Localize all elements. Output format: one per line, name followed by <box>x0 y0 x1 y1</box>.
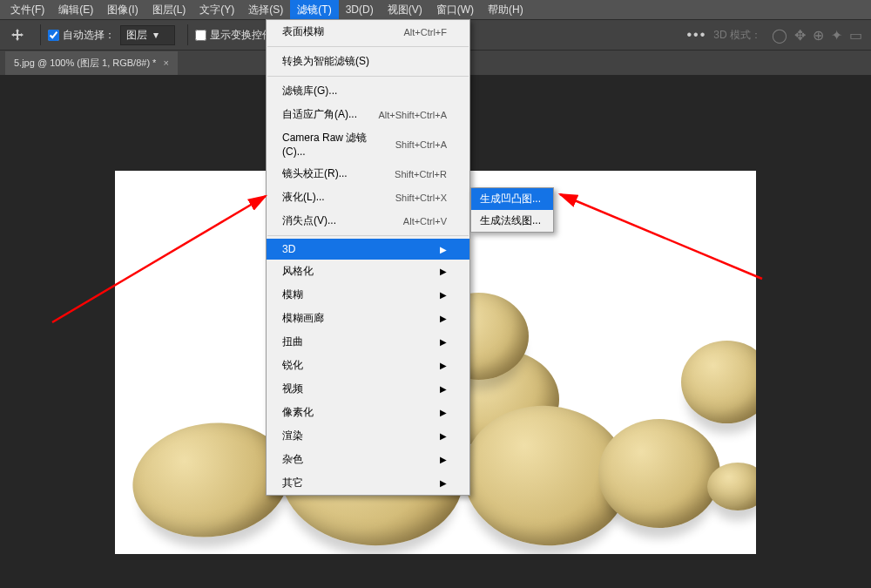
menu-item[interactable]: 渲染▶ <box>267 424 469 448</box>
mode-3d-label: 3D 模式： <box>713 28 761 43</box>
auto-select-checkbox[interactable]: 自动选择： <box>48 28 115 43</box>
menu-bar: 文件(F)编辑(E)图像(I)图层(L)文字(Y)选择(S)滤镜(T)3D(D)… <box>0 0 871 19</box>
menu-图层[interactable]: 图层(L) <box>145 0 193 20</box>
menu-视图[interactable]: 视图(V) <box>381 0 429 20</box>
document-tab-title: 5.jpg @ 100% (图层 1, RGB/8#) * <box>14 57 156 70</box>
menu-item[interactable]: 转换为智能滤镜(S) <box>267 50 469 73</box>
menu-窗口[interactable]: 窗口(W) <box>429 0 481 20</box>
menu-选择[interactable]: 选择(S) <box>241 0 290 20</box>
menu-item[interactable]: 表面模糊Alt+Ctrl+F <box>267 20 469 44</box>
menu-滤镜[interactable]: 滤镜(T) <box>290 0 338 20</box>
menu-item[interactable]: 锐化▶ <box>267 354 469 377</box>
orbit-3d-icon: ◯ <box>772 27 787 44</box>
filter-3d-submenu: 生成凹凸图...生成法线图... <box>470 187 554 233</box>
auto-select-mode-select[interactable]: 图层 ▾ <box>120 25 175 45</box>
menu-item[interactable]: 其它▶ <box>267 471 469 495</box>
menu-item[interactable]: 模糊画廊▶ <box>267 307 469 330</box>
menu-文字[interactable]: 文字(Y) <box>192 0 241 20</box>
separator <box>187 24 188 45</box>
menu-item[interactable]: 镜头校正(R)...Shift+Ctrl+R <box>267 162 469 186</box>
auto-select-label: 自动选择： <box>63 28 115 43</box>
menu-item[interactable]: 液化(L)...Shift+Ctrl+X <box>267 186 469 209</box>
document-tab[interactable]: 5.jpg @ 100% (图层 1, RGB/8#) * × <box>5 51 178 75</box>
menu-帮助[interactable]: 帮助(H) <box>481 0 530 20</box>
menu-item[interactable]: 视频▶ <box>267 377 469 401</box>
menu-图像[interactable]: 图像(I) <box>100 0 145 20</box>
filter-menu: 表面模糊Alt+Ctrl+F转换为智能滤镜(S)滤镜库(G)...自适应广角(A… <box>266 19 470 496</box>
menu-item[interactable]: 风格化▶ <box>267 260 469 283</box>
separator <box>40 24 41 45</box>
menu-item[interactable]: 自适应广角(A)...Alt+Shift+Ctrl+A <box>267 103 469 126</box>
image-content <box>598 419 720 528</box>
menu-item[interactable]: 消失点(V)...Alt+Ctrl+V <box>267 209 469 233</box>
slide-3d-icon: ⊕ <box>813 27 824 44</box>
image-content <box>707 463 756 510</box>
menu-编辑[interactable]: 编辑(E) <box>51 0 100 20</box>
menu-item[interactable]: Camera Raw 滤镜(C)...Shift+Ctrl+A <box>267 126 469 162</box>
menu-item[interactable]: 模糊▶ <box>267 283 469 307</box>
menu-item[interactable]: 生成凹凸图... <box>471 188 553 210</box>
menu-item[interactable]: 生成法线图... <box>471 210 553 232</box>
menu-item[interactable]: 像素化▶ <box>267 401 469 424</box>
cube-3d-icon: ▭ <box>849 27 862 44</box>
show-transform-label: 显示变换控件 <box>210 28 273 43</box>
menu-item[interactable]: 杂色▶ <box>267 448 469 471</box>
menu-item[interactable]: 滤镜库(G)... <box>267 79 469 103</box>
move-tool-icon[interactable] <box>5 23 30 47</box>
image-content <box>681 341 756 423</box>
menu-separator <box>267 46 469 47</box>
close-icon[interactable]: × <box>163 57 168 68</box>
menu-separator <box>267 235 469 236</box>
overflow-icon[interactable]: ••• <box>687 27 707 43</box>
pan-3d-icon: ✥ <box>794 27 806 44</box>
menu-separator <box>267 76 469 77</box>
menu-item[interactable]: 扭曲▶ <box>267 330 469 354</box>
menu-item[interactable]: 3D▶ <box>267 239 469 260</box>
menu-3d[interactable]: 3D(D) <box>339 1 381 18</box>
show-transform-checkbox[interactable]: 显示变换控件 <box>195 28 273 43</box>
scale-3d-icon: ✦ <box>831 27 842 44</box>
menu-文件[interactable]: 文件(F) <box>3 0 51 20</box>
